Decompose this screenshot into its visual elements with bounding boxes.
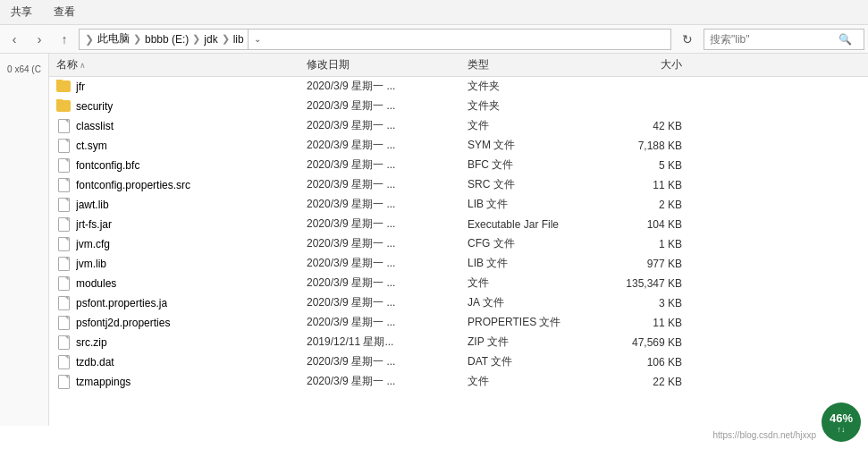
table-row[interactable]: psfont.properties.ja2020/3/9 星期一 ...JA 文…: [49, 293, 868, 313]
file-name: jrt-fs.jar: [76, 218, 112, 231]
file-type: 文件: [468, 118, 593, 133]
table-row[interactable]: jvm.lib2020/3/9 星期一 ...LIB 文件977 KB: [49, 254, 868, 274]
breadcrumb: ❯ 此电脑 ❯ bbbb (E:) ❯ jdk ❯ lib ⌄: [79, 29, 671, 50]
up-button[interactable]: ↑: [54, 29, 75, 50]
breadcrumb-drive[interactable]: bbbb (E:): [145, 33, 189, 46]
file-date: 2020/3/9 星期一 ...: [307, 118, 468, 133]
file-date: 2020/3/9 星期一 ...: [307, 216, 468, 232]
file-icon: [58, 119, 70, 133]
sidebar: 0 x64 (C: [0, 54, 49, 426]
table-row[interactable]: src.zip2019/12/11 星期...ZIP 文件47,569 KB: [49, 333, 868, 352]
file-icon: [58, 158, 70, 173]
file-size: 106 KB: [593, 356, 682, 369]
column-headers: 名称 ∧ 修改日期 类型 大小: [49, 54, 868, 77]
folder-icon: [56, 100, 71, 112]
file-size: 42 KB: [593, 120, 682, 132]
table-row[interactable]: tzmappings2020/3/9 星期一 ...文件22 KB: [49, 372, 868, 392]
file-list-container[interactable]: 名称 ∧ 修改日期 类型 大小 jfr2020/3/9 星期一 ...文件夹se…: [49, 54, 868, 426]
file-icon: [58, 375, 70, 389]
file-icon: [58, 139, 70, 153]
file-name: tzdb.dat: [76, 356, 114, 369]
file-icon: [58, 355, 70, 369]
file-size: 7,188 KB: [593, 140, 682, 152]
table-row[interactable]: tzdb.dat2020/3/9 星期一 ...DAT 文件106 KB: [49, 352, 868, 372]
file-name: jvm.lib: [76, 258, 106, 270]
file-name: src.zip: [76, 336, 107, 349]
file-type: ZIP 文件: [468, 335, 593, 350]
file-date: 2020/3/9 星期一 ...: [307, 98, 468, 114]
file-size: 104 KB: [593, 218, 682, 231]
file-type: PROPERTIES 文件: [468, 315, 593, 330]
file-size: 11 KB: [593, 317, 682, 329]
table-row[interactable]: fontconfig.properties.src2020/3/9 星期一 ..…: [49, 175, 868, 195]
file-type: 文件夹: [468, 79, 593, 94]
col-header-type[interactable]: 类型: [468, 57, 593, 72]
file-icon: [58, 276, 70, 291]
breadcrumb-dropdown-button[interactable]: ⌄: [248, 29, 267, 50]
file-date: 2020/3/9 星期一 ...: [307, 354, 468, 369]
file-type: Executable Jar File: [468, 218, 593, 231]
file-size: 11 KB: [593, 179, 682, 191]
file-size: 5 KB: [593, 159, 682, 172]
file-icon: [58, 316, 70, 330]
breadcrumb-sep: ❯: [85, 33, 94, 46]
search-input[interactable]: [710, 33, 835, 46]
col-header-size[interactable]: 大小: [593, 57, 682, 72]
refresh-button[interactable]: ↻: [675, 27, 700, 52]
file-name: jvm.cfg: [76, 238, 110, 250]
forward-button[interactable]: ›: [29, 29, 50, 50]
file-type: 文件: [468, 275, 593, 291]
file-date: 2020/3/9 星期一 ...: [307, 374, 468, 389]
table-row[interactable]: psfontj2d.properties2020/3/9 星期一 ...PROP…: [49, 313, 868, 333]
table-row[interactable]: jawt.lib2020/3/9 星期一 ...LIB 文件2 KB: [49, 195, 868, 215]
file-icon: [58, 217, 70, 232]
file-date: 2020/3/9 星期一 ...: [307, 79, 468, 94]
file-name: security: [76, 100, 113, 113]
table-row[interactable]: modules2020/3/9 星期一 ...文件135,347 KB: [49, 274, 868, 293]
breadcrumb-lib[interactable]: lib: [233, 33, 244, 46]
sidebar-item-drive[interactable]: 0 x64 (C: [0, 61, 48, 77]
file-type: SRC 文件: [468, 177, 593, 192]
file-size: 3 KB: [593, 297, 682, 309]
file-icon: [58, 237, 70, 251]
file-date: 2020/3/9 星期一 ...: [307, 138, 468, 153]
file-type: SYM 文件: [468, 138, 593, 153]
file-type: CFG 文件: [468, 236, 593, 251]
breadcrumb-thispc[interactable]: 此电脑: [97, 31, 130, 47]
file-type: DAT 文件: [468, 354, 593, 369]
back-button[interactable]: ‹: [4, 29, 25, 50]
address-bar: ‹ › ↑ ❯ 此电脑 ❯ bbbb (E:) ❯ jdk ❯ lib ⌄ ↻ …: [0, 25, 868, 54]
file-type: JA 文件: [468, 295, 593, 310]
file-date: 2020/3/9 星期一 ...: [307, 197, 468, 212]
table-row[interactable]: jvm.cfg2020/3/9 星期一 ...CFG 文件1 KB: [49, 234, 868, 254]
breadcrumb-jdk[interactable]: jdk: [204, 33, 217, 46]
col-header-date[interactable]: 修改日期: [307, 57, 468, 72]
view-button[interactable]: 查看: [50, 3, 79, 21]
file-type: LIB 文件: [468, 256, 593, 271]
file-date: 2020/3/9 星期一 ...: [307, 275, 468, 291]
share-button[interactable]: 共享: [7, 3, 36, 21]
search-icon: 🔍: [839, 33, 852, 46]
folder-icon: [56, 80, 71, 92]
file-icon: [58, 296, 70, 310]
sort-arrow-name: ∧: [80, 61, 86, 70]
table-row[interactable]: classlist2020/3/9 星期一 ...文件42 KB: [49, 116, 868, 136]
main-area: 0 x64 (C 名称 ∧ 修改日期 类型 大小 jfr2020/3/9 星期一…: [0, 54, 868, 426]
file-date: 2020/3/9 星期一 ...: [307, 315, 468, 330]
file-name: fontconfig.properties.src: [76, 179, 190, 191]
table-row[interactable]: jfr2020/3/9 星期一 ...文件夹: [49, 77, 868, 97]
file-name: ct.sym: [76, 140, 107, 152]
table-row[interactable]: security2020/3/9 星期一 ...文件夹: [49, 97, 868, 116]
file-size: 47,569 KB: [593, 336, 682, 349]
table-row[interactable]: fontconfig.bfc2020/3/9 星期一 ...BFC 文件5 KB: [49, 156, 868, 175]
table-row[interactable]: ct.sym2020/3/9 星期一 ...SYM 文件7,188 KB: [49, 136, 868, 156]
file-name: tzmappings: [76, 376, 131, 388]
file-date: 2020/3/9 星期一 ...: [307, 157, 468, 173]
file-date: 2020/3/9 星期一 ...: [307, 256, 468, 271]
overlay-percent: 46%: [830, 411, 853, 425]
file-type: 文件夹: [468, 98, 593, 114]
file-name: fontconfig.bfc: [76, 159, 139, 172]
table-row[interactable]: jrt-fs.jar2020/3/9 星期一 ...Executable Jar…: [49, 215, 868, 234]
file-date: 2019/12/11 星期...: [307, 335, 468, 350]
col-header-name[interactable]: 名称 ∧: [56, 57, 307, 72]
